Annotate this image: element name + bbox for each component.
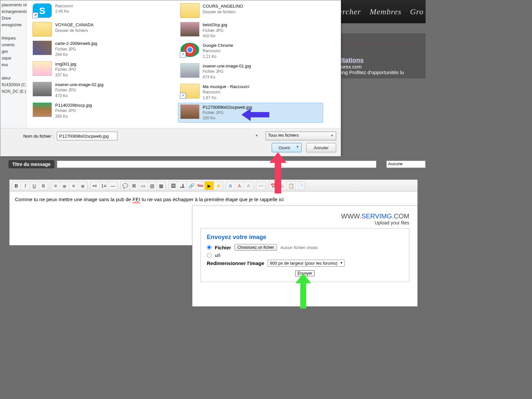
flash-button[interactable]: ⚡	[214, 182, 223, 190]
align-center-button[interactable]: ≣	[60, 182, 69, 190]
align-left-button[interactable]: ≡	[51, 182, 60, 190]
filename-label: Nom du fichier :	[5, 134, 54, 139]
hr-button[interactable]: —	[108, 182, 117, 190]
more-button[interactable]: ⋯	[256, 182, 265, 190]
file-size: 355 Ko	[55, 114, 92, 119]
filename-input[interactable]	[57, 132, 117, 140]
file-size: 473 Ko	[203, 74, 251, 80]
file-type: Raccourci	[55, 3, 73, 9]
file-type: Fichier JPG	[55, 47, 97, 52]
file-size: 2,21 Ko	[203, 54, 233, 59]
strike-button[interactable]: S	[39, 182, 48, 190]
font-size-button[interactable]: A	[226, 182, 235, 190]
sidebar-item[interactable]: enregistrée	[1, 22, 26, 28]
svg-marker-0	[241, 108, 269, 121]
source-url-radio[interactable]	[207, 253, 211, 258]
nav-groups[interactable]: Gro	[410, 7, 424, 16]
forum-header-nav: Rechercher Membres Gro	[339, 0, 426, 23]
file-type: Dossier de fichiers	[55, 28, 93, 33]
quote-button[interactable]: 💬	[121, 182, 130, 190]
file-type: Fichier JPG	[55, 87, 103, 93]
nav-members[interactable]: Membres	[370, 7, 401, 16]
editor-toolbar: B I U S ≡ ≣ ≡ ≣ •≡ 1≡ — 💬 ⌘ ▭ ▧ ▦ 🖼 🏞 🔗 …	[10, 180, 417, 192]
file-name: carte-2-200terweb.jpg	[55, 41, 97, 47]
dailymotion-button[interactable]: ▶	[205, 182, 214, 190]
host-image-button[interactable]: 🖼	[169, 182, 178, 190]
file-thumb-icon	[33, 61, 52, 76]
file-name: Google Chrome	[203, 43, 233, 49]
list-ol-button[interactable]: 1≡	[99, 182, 108, 190]
sidebar-item[interactable]	[1, 68, 26, 75]
sidebar-item[interactable]	[1, 28, 26, 35]
font-color-button[interactable]: A	[235, 182, 244, 190]
link-button[interactable]: 🔗	[187, 182, 196, 190]
file-thumb-icon: S	[33, 3, 52, 18]
bold-button[interactable]: B	[12, 182, 21, 190]
file-item[interactable]: carte-2-200terweb.jpgFichier JPG264 Ko	[30, 39, 176, 59]
file-item[interactable]: Google ChromeRaccourci2,21 Ko	[178, 41, 324, 61]
paste-button[interactable]: 📋	[287, 182, 296, 190]
file-thumb-icon	[180, 3, 200, 18]
file-thumb-icon	[33, 82, 52, 96]
file-item[interactable]: COURS_ANGELINODossier de fichiers	[178, 2, 324, 20]
file-item[interactable]: SRaccourci2,45 Ko	[30, 2, 176, 20]
source-file-radio[interactable]	[207, 245, 211, 250]
file-thumb-icon	[33, 41, 52, 55]
youtube-button[interactable]: You	[196, 182, 205, 190]
sidebar-item[interactable]: placements ré	[1, 2, 26, 8]
file-size: 2,45 Ko	[55, 9, 73, 14]
align-right-button[interactable]: ≡	[69, 182, 78, 190]
sidebar-item[interactable]: ges	[1, 48, 26, 55]
choose-file-button[interactable]: Choisissez un fichier	[234, 244, 277, 251]
sidebar-item[interactable]: éos	[1, 62, 26, 68]
align-justify-button[interactable]: ≣	[78, 182, 87, 190]
file-thumb-icon	[33, 102, 52, 117]
list-ul-button[interactable]: •≡	[90, 182, 99, 190]
table-button[interactable]: ▦	[157, 182, 166, 190]
file-item[interactable]: inserer-une-image-01.jpgFichier JPG473 K…	[178, 62, 324, 81]
sidebar-item[interactable]: NON_DC (E:)	[1, 88, 26, 95]
file-item[interactable]: Ma musique - RaccourciRaccourci1,67 Ko	[178, 82, 324, 102]
file-name: COURS_ANGELINO	[203, 3, 243, 9]
message-title-input[interactable]	[57, 161, 376, 168]
file-size: 337 Ko	[55, 72, 76, 78]
font-family-button[interactable]: A	[244, 182, 253, 190]
sidebar-item[interactable]: Drive	[1, 15, 26, 22]
message-title-select[interactable]: Aucune	[386, 161, 426, 168]
clipboard-button[interactable]: 📄	[296, 182, 305, 190]
resize-label: Redimensionner l'image	[207, 260, 264, 266]
sidebar-item[interactable]: échargements	[1, 8, 26, 15]
file-item[interactable]: P1140339biscp.jpgFichier JPG355 Ko	[30, 101, 176, 121]
sidebar-item[interactable]: sique	[1, 55, 26, 62]
open-button[interactable]: Ouvrir	[272, 143, 302, 152]
file-type: Fichier JPG	[55, 108, 92, 113]
sidebar-item[interactable]: uments	[1, 42, 26, 48]
spoiler-button[interactable]: ▭	[139, 182, 148, 190]
file-type-filter[interactable]: Tous les fichiers	[266, 132, 336, 140]
file-list-area[interactable]: SRaccourci2,45 KoVOYAGE_CANADADossier de…	[27, 0, 341, 128]
underline-button[interactable]: U	[30, 182, 39, 190]
source-file-label: Fichier	[215, 245, 231, 250]
file-item[interactable]: VOYAGE_CANADADossier de fichiers	[30, 20, 176, 38]
file-name: Ma musique - Raccourci	[203, 84, 249, 90]
file-item[interactable]: belo03cp.jpgFichier JPG410 Ko	[178, 20, 324, 40]
hidden-button[interactable]: ▧	[148, 182, 157, 190]
file-name: VOYAGE_CANADA	[55, 22, 93, 28]
file-item[interactable]: inserer-une-image-02.jpgFichier JPG473 K…	[30, 80, 176, 100]
insert-image-button[interactable]: 🏞	[178, 182, 187, 190]
file-type: Fichier JPG	[203, 28, 227, 33]
file-item[interactable]: img001.jpgFichier JPG337 Ko	[30, 60, 176, 79]
resize-select[interactable]: 800 px de largeur (pour les forums)	[268, 260, 344, 267]
file-thumb-icon	[33, 22, 52, 37]
ad-title[interactable]: itations	[341, 57, 364, 64]
sidebar-item[interactable]: 9143D004 (C:	[1, 81, 26, 88]
cancel-button[interactable]: Annuler	[306, 143, 336, 152]
dialog-sidebar[interactable]: placements rééchargementsDriveenregistré…	[0, 0, 27, 128]
servimg-tagline: Upload your files	[200, 220, 409, 225]
upload-heading: Envoyez votre image	[207, 234, 403, 241]
servimg-logo: WWW.SERVIMG.COM	[200, 212, 409, 220]
italic-button[interactable]: I	[21, 182, 30, 190]
code-button[interactable]: ⌘	[130, 182, 139, 190]
sidebar-item[interactable]: thèques	[1, 35, 26, 42]
sidebar-item[interactable]: ateur	[1, 75, 26, 81]
